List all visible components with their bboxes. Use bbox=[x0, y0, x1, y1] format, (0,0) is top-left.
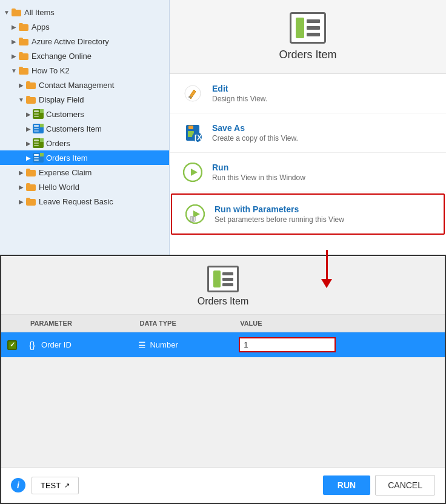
svg-rect-35 bbox=[26, 169, 30, 171]
svg-rect-18 bbox=[34, 116, 39, 117]
run-button-label: RUN bbox=[338, 480, 356, 490]
sidebar-item-orders-item[interactable]: Orders Item bbox=[0, 150, 169, 165]
sidebar-item-all-items[interactable]: All Items bbox=[0, 5, 169, 19]
expand-arrow bbox=[2, 8, 11, 16]
action-edit[interactable]: Edit Design this View. bbox=[170, 74, 446, 113]
action-run[interactable]: Run Run this View in this Window bbox=[170, 153, 446, 192]
sidebar-item-leave-request[interactable]: Leave Request Basic bbox=[0, 194, 169, 209]
expand-arrow bbox=[24, 124, 33, 133]
param-value-input[interactable] bbox=[239, 337, 336, 352]
sidebar-item-label: Display Field bbox=[39, 95, 84, 104]
svg-rect-1 bbox=[12, 8, 16, 11]
footer-right: RUN CANCEL bbox=[323, 475, 435, 496]
expand-arrow bbox=[24, 110, 33, 118]
param-name-cell: {} Order ID bbox=[23, 332, 132, 358]
expand-arrow bbox=[10, 37, 18, 45]
test-button-label: TEST bbox=[41, 481, 61, 490]
pencil-icon bbox=[182, 82, 204, 104]
svg-rect-22 bbox=[34, 128, 39, 129]
action-run-params-title: Run with Parameters bbox=[215, 204, 344, 214]
folder-icon bbox=[11, 7, 22, 18]
actions-list: Edit Design this View. [X] Save As bbox=[170, 74, 446, 255]
sidebar-item-label: Orders Item bbox=[46, 153, 88, 163]
svg-rect-25 bbox=[40, 138, 44, 142]
params-table: PARAMETER DATA TYPE VALUE {} Order ID bbox=[1, 315, 445, 357]
folder-icon bbox=[18, 65, 29, 76]
bottom-title: Orders Item bbox=[198, 296, 248, 307]
sidebar-item-customers-item[interactable]: Customers Item bbox=[0, 121, 169, 136]
expand-arrow bbox=[10, 52, 18, 60]
sidebar-item-customers[interactable]: Customers bbox=[0, 107, 169, 121]
param-checkbox-cell[interactable] bbox=[1, 332, 23, 358]
folder-icon bbox=[18, 21, 29, 32]
action-run-with-params[interactable]: Run with Parameters Set parameters befor… bbox=[171, 193, 445, 235]
cancel-button[interactable]: CANCEL bbox=[375, 475, 435, 496]
svg-rect-23 bbox=[34, 130, 39, 132]
sidebar-item-label: Exchange Online bbox=[32, 52, 92, 61]
test-button[interactable]: TEST ↗ bbox=[32, 477, 79, 494]
svg-text:[X]: [X] bbox=[195, 133, 202, 142]
sidebar-item-azure[interactable]: Azure Active Directory bbox=[0, 34, 169, 49]
folder-icon bbox=[25, 79, 36, 90]
view-header: Orders Item bbox=[170, 0, 446, 74]
play-icon bbox=[182, 161, 204, 183]
external-link-icon: ↗ bbox=[64, 482, 70, 489]
svg-rect-3 bbox=[19, 23, 23, 25]
col-datatype: DATA TYPE bbox=[132, 315, 233, 332]
sidebar-item-label: Orders bbox=[46, 139, 70, 148]
sidebar-item-exchange[interactable]: Exchange Online bbox=[0, 49, 169, 63]
svg-rect-33 bbox=[34, 160, 39, 161]
svg-rect-11 bbox=[26, 81, 30, 84]
svg-marker-48 bbox=[191, 169, 198, 176]
sidebar-item-howtok2[interactable]: How To K2 bbox=[0, 63, 169, 78]
view-green-icon bbox=[33, 109, 44, 119]
svg-rect-28 bbox=[34, 145, 39, 146]
sidebar-item-label: Customers bbox=[46, 110, 84, 119]
action-run-title: Run bbox=[212, 163, 305, 172]
folder-icon bbox=[25, 167, 36, 178]
expand-arrow bbox=[10, 66, 18, 75]
svg-rect-39 bbox=[26, 198, 30, 200]
sidebar-item-display-field[interactable]: Display Field bbox=[0, 92, 169, 107]
action-edit-desc: Design this View. bbox=[212, 95, 267, 103]
sidebar-item-orders[interactable]: Orders bbox=[0, 136, 169, 150]
param-type-icon: {} bbox=[29, 340, 35, 350]
sidebar-item-label: Contact Management bbox=[39, 81, 114, 90]
action-run-desc: Run this View in this Window bbox=[212, 173, 305, 182]
bottom-panel: Orders Item PARAMETER DATA TYPE VALUE bbox=[0, 255, 446, 504]
info-icon[interactable]: i bbox=[11, 478, 25, 492]
svg-rect-5 bbox=[19, 38, 23, 40]
col-check bbox=[1, 315, 23, 332]
run-button[interactable]: RUN bbox=[323, 475, 370, 495]
cancel-button-label: CANCEL bbox=[388, 480, 422, 490]
param-datatype: Number bbox=[150, 340, 178, 349]
svg-rect-44 bbox=[188, 126, 193, 129]
sidebar-item-expense-claim[interactable]: Expense Claim bbox=[0, 165, 169, 180]
sidebar-item-apps[interactable]: Apps bbox=[0, 19, 169, 34]
sidebar-item-hello-world[interactable]: Hello World bbox=[0, 180, 169, 194]
action-save-as[interactable]: [X] Save As Create a copy of this View. bbox=[170, 113, 446, 153]
expand-arrow bbox=[24, 139, 33, 147]
svg-rect-9 bbox=[19, 67, 23, 69]
svg-rect-30 bbox=[40, 153, 44, 156]
bottom-footer: i TEST ↗ RUN CANCEL bbox=[1, 467, 445, 503]
sidebar-item-label: Apps bbox=[32, 22, 50, 32]
action-run-text: Run Run this View in this Window bbox=[212, 163, 305, 182]
view-green-icon bbox=[33, 138, 44, 149]
param-value-cell[interactable] bbox=[233, 332, 445, 358]
svg-rect-27 bbox=[34, 143, 39, 144]
folder-icon bbox=[25, 181, 36, 192]
action-save-as-text: Save As Create a copy of this View. bbox=[212, 123, 298, 143]
action-edit-title: Edit bbox=[212, 84, 267, 93]
sidebar-item-label: Expense Claim bbox=[39, 168, 92, 177]
param-checkbox[interactable] bbox=[7, 340, 17, 350]
expand-arrow bbox=[10, 22, 18, 31]
expand-arrow bbox=[17, 81, 25, 89]
sidebar-item-contact-mgmt[interactable]: Contact Management bbox=[0, 78, 169, 92]
col-value: VALUE bbox=[233, 315, 445, 332]
param-name: Order ID bbox=[41, 340, 72, 349]
folder-icon bbox=[18, 36, 29, 47]
bottom-view-icon bbox=[207, 266, 239, 292]
svg-rect-26 bbox=[34, 139, 39, 141]
svg-rect-37 bbox=[26, 183, 30, 186]
